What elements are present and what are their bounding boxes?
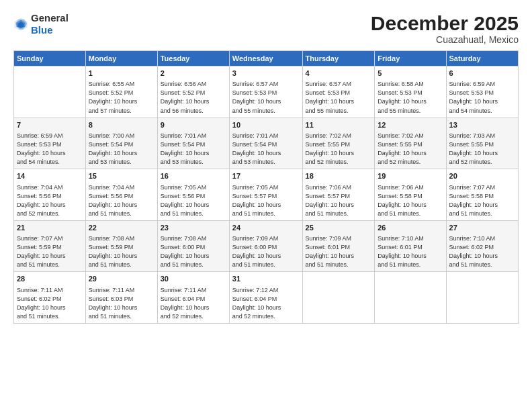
calendar-cell bbox=[14, 66, 86, 118]
day-info: Sunrise: 6:55 AMSunset: 5:52 PMDaylight:… bbox=[89, 80, 154, 115]
day-number: 20 bbox=[449, 171, 515, 181]
calendar-cell bbox=[302, 272, 375, 324]
day-info: Sunrise: 7:11 AMSunset: 6:03 PMDaylight:… bbox=[89, 286, 154, 321]
calendar-cell: 12Sunrise: 7:02 AMSunset: 5:55 PMDayligh… bbox=[375, 118, 446, 169]
calendar-cell bbox=[446, 272, 518, 324]
logo-icon bbox=[13, 17, 28, 32]
day-number: 5 bbox=[378, 68, 443, 79]
week-row-4: 21Sunrise: 7:07 AMSunset: 5:59 PMDayligh… bbox=[14, 220, 519, 272]
calendar-cell: 7Sunrise: 6:59 AMSunset: 5:53 PMDaylight… bbox=[14, 118, 86, 169]
month-title: December 2025 bbox=[371, 12, 519, 34]
day-header-wednesday: Wednesday bbox=[229, 51, 302, 66]
day-number: 6 bbox=[449, 68, 515, 79]
week-row-1: 1Sunrise: 6:55 AMSunset: 5:52 PMDaylight… bbox=[14, 66, 519, 118]
day-header-sunday: Sunday bbox=[14, 51, 86, 66]
day-info: Sunrise: 6:58 AMSunset: 5:53 PMDaylight:… bbox=[378, 80, 443, 115]
calendar-cell: 9Sunrise: 7:01 AMSunset: 5:54 PMDaylight… bbox=[157, 118, 229, 169]
week-row-3: 14Sunrise: 7:04 AMSunset: 5:56 PMDayligh… bbox=[14, 169, 519, 221]
day-number: 12 bbox=[378, 120, 443, 130]
calendar-cell: 10Sunrise: 7:01 AMSunset: 5:54 PMDayligh… bbox=[229, 118, 302, 169]
day-number: 25 bbox=[306, 223, 372, 233]
day-number: 21 bbox=[17, 223, 83, 233]
calendar-cell: 1Sunrise: 6:55 AMSunset: 5:52 PMDaylight… bbox=[85, 66, 157, 118]
calendar-cell: 23Sunrise: 7:08 AMSunset: 6:00 PMDayligh… bbox=[157, 220, 229, 272]
calendar-cell: 29Sunrise: 7:11 AMSunset: 6:03 PMDayligh… bbox=[85, 272, 157, 324]
day-number: 23 bbox=[161, 223, 226, 233]
day-number: 19 bbox=[378, 171, 443, 181]
day-number: 22 bbox=[89, 223, 154, 233]
calendar-cell: 17Sunrise: 7:05 AMSunset: 5:57 PMDayligh… bbox=[229, 169, 302, 221]
day-number: 31 bbox=[232, 274, 300, 284]
day-number: 24 bbox=[232, 223, 300, 233]
calendar-cell: 22Sunrise: 7:08 AMSunset: 5:59 PMDayligh… bbox=[85, 220, 157, 272]
day-number: 30 bbox=[161, 274, 226, 284]
header: General Blue December 2025 Cuazahuatl, M… bbox=[13, 12, 519, 45]
calendar-cell: 6Sunrise: 6:59 AMSunset: 5:53 PMDaylight… bbox=[446, 66, 518, 118]
day-info: Sunrise: 7:01 AMSunset: 5:54 PMDaylight:… bbox=[232, 132, 300, 167]
day-info: Sunrise: 7:05 AMSunset: 5:57 PMDaylight:… bbox=[232, 183, 300, 218]
week-row-5: 28Sunrise: 7:11 AMSunset: 6:02 PMDayligh… bbox=[14, 272, 519, 324]
day-number: 9 bbox=[161, 120, 226, 130]
day-number: 27 bbox=[449, 223, 515, 233]
day-number: 8 bbox=[89, 120, 154, 130]
header-row: SundayMondayTuesdayWednesdayThursdayFrid… bbox=[14, 51, 519, 66]
calendar-cell: 2Sunrise: 6:56 AMSunset: 5:52 PMDaylight… bbox=[157, 66, 229, 118]
day-info: Sunrise: 7:12 AMSunset: 6:04 PMDaylight:… bbox=[232, 286, 300, 321]
calendar-cell: 4Sunrise: 6:57 AMSunset: 5:53 PMDaylight… bbox=[302, 66, 375, 118]
day-info: Sunrise: 7:04 AMSunset: 5:56 PMDaylight:… bbox=[89, 183, 154, 218]
calendar-cell: 19Sunrise: 7:06 AMSunset: 5:58 PMDayligh… bbox=[375, 169, 446, 221]
day-info: Sunrise: 7:06 AMSunset: 5:58 PMDaylight:… bbox=[378, 183, 443, 218]
calendar: SundayMondayTuesdayWednesdayThursdayFrid… bbox=[13, 50, 519, 324]
calendar-cell: 30Sunrise: 7:11 AMSunset: 6:04 PMDayligh… bbox=[157, 272, 229, 324]
calendar-cell: 20Sunrise: 7:07 AMSunset: 5:58 PMDayligh… bbox=[446, 169, 518, 221]
day-info: Sunrise: 6:59 AMSunset: 5:53 PMDaylight:… bbox=[449, 80, 515, 115]
title-block: December 2025 Cuazahuatl, Mexico bbox=[371, 12, 519, 45]
day-info: Sunrise: 7:01 AMSunset: 5:54 PMDaylight:… bbox=[161, 132, 226, 167]
day-number: 1 bbox=[89, 68, 154, 79]
day-number: 13 bbox=[449, 120, 515, 130]
day-info: Sunrise: 6:57 AMSunset: 5:53 PMDaylight:… bbox=[232, 80, 300, 115]
calendar-cell: 31Sunrise: 7:12 AMSunset: 6:04 PMDayligh… bbox=[229, 272, 302, 324]
calendar-cell: 15Sunrise: 7:04 AMSunset: 5:56 PMDayligh… bbox=[85, 169, 157, 221]
day-info: Sunrise: 7:00 AMSunset: 5:54 PMDaylight:… bbox=[89, 132, 154, 167]
day-header-friday: Friday bbox=[375, 51, 446, 66]
day-info: Sunrise: 7:05 AMSunset: 5:56 PMDaylight:… bbox=[161, 183, 226, 218]
day-header-tuesday: Tuesday bbox=[157, 51, 229, 66]
day-number: 16 bbox=[161, 171, 226, 181]
calendar-cell: 14Sunrise: 7:04 AMSunset: 5:56 PMDayligh… bbox=[14, 169, 86, 221]
day-info: Sunrise: 7:09 AMSunset: 6:01 PMDaylight:… bbox=[306, 234, 372, 269]
day-info: Sunrise: 7:02 AMSunset: 5:55 PMDaylight:… bbox=[378, 132, 443, 167]
calendar-cell: 16Sunrise: 7:05 AMSunset: 5:56 PMDayligh… bbox=[157, 169, 229, 221]
calendar-cell: 21Sunrise: 7:07 AMSunset: 5:59 PMDayligh… bbox=[14, 220, 86, 272]
day-number: 14 bbox=[17, 171, 83, 181]
day-info: Sunrise: 7:11 AMSunset: 6:04 PMDaylight:… bbox=[161, 286, 226, 321]
day-number: 2 bbox=[161, 68, 226, 79]
day-info: Sunrise: 7:04 AMSunset: 5:56 PMDaylight:… bbox=[17, 183, 83, 218]
day-number: 18 bbox=[306, 171, 372, 181]
day-number: 11 bbox=[306, 120, 372, 130]
day-info: Sunrise: 6:57 AMSunset: 5:53 PMDaylight:… bbox=[306, 80, 372, 115]
day-info: Sunrise: 7:03 AMSunset: 5:55 PMDaylight:… bbox=[449, 132, 515, 167]
day-info: Sunrise: 7:10 AMSunset: 6:01 PMDaylight:… bbox=[378, 234, 443, 269]
day-info: Sunrise: 6:56 AMSunset: 5:52 PMDaylight:… bbox=[161, 80, 226, 115]
location: Cuazahuatl, Mexico bbox=[371, 34, 519, 45]
day-number: 29 bbox=[89, 274, 154, 284]
day-number: 4 bbox=[306, 68, 372, 79]
logo: General Blue bbox=[13, 12, 69, 36]
day-info: Sunrise: 6:59 AMSunset: 5:53 PMDaylight:… bbox=[17, 132, 83, 167]
calendar-cell: 25Sunrise: 7:09 AMSunset: 6:01 PMDayligh… bbox=[302, 220, 375, 272]
day-info: Sunrise: 7:06 AMSunset: 5:57 PMDaylight:… bbox=[306, 183, 372, 218]
day-number: 15 bbox=[89, 171, 154, 181]
day-info: Sunrise: 7:11 AMSunset: 6:02 PMDaylight:… bbox=[17, 286, 83, 321]
page: General Blue December 2025 Cuazahuatl, M… bbox=[0, 0, 532, 411]
day-number: 26 bbox=[378, 223, 443, 233]
week-row-2: 7Sunrise: 6:59 AMSunset: 5:53 PMDaylight… bbox=[14, 118, 519, 169]
calendar-cell: 27Sunrise: 7:10 AMSunset: 6:02 PMDayligh… bbox=[446, 220, 518, 272]
calendar-cell: 24Sunrise: 7:09 AMSunset: 6:00 PMDayligh… bbox=[229, 220, 302, 272]
day-number: 7 bbox=[17, 120, 83, 130]
calendar-cell: 11Sunrise: 7:02 AMSunset: 5:55 PMDayligh… bbox=[302, 118, 375, 169]
calendar-cell: 13Sunrise: 7:03 AMSunset: 5:55 PMDayligh… bbox=[446, 118, 518, 169]
day-info: Sunrise: 7:08 AMSunset: 5:59 PMDaylight:… bbox=[89, 234, 154, 269]
day-number: 3 bbox=[232, 68, 300, 79]
logo-text: General Blue bbox=[31, 12, 69, 36]
